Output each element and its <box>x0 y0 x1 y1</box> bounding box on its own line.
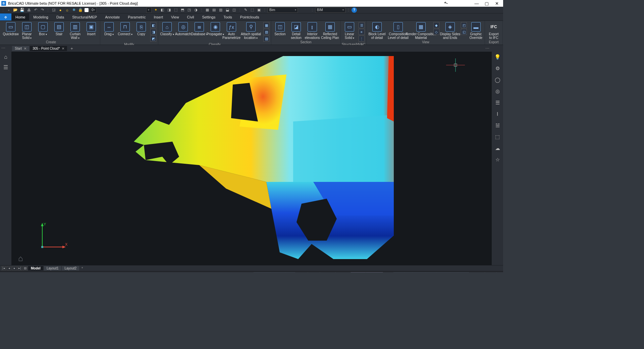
ribbon-tool-propagate[interactable]: ◉Propagate ▾ <box>207 21 223 36</box>
status-toggle-standard[interactable]: Standard <box>254 272 271 272</box>
radar-icon[interactable]: ◎ <box>494 88 501 95</box>
tips-icon[interactable]: 💡 <box>494 54 501 60</box>
qat-grip4-icon[interactable]: ⋮ <box>238 8 241 12</box>
redo-icon[interactable]: ↷ <box>40 7 45 13</box>
sun-icon[interactable]: ☼ <box>64 7 70 13</box>
qat-grip3-icon[interactable]: ⋮ <box>200 8 203 12</box>
maximize-button[interactable]: ▢ <box>482 1 492 6</box>
bulb-on-icon[interactable]: ● <box>58 7 63 13</box>
document-tab[interactable]: 305 - Point Cloud*✕ <box>30 46 67 51</box>
ribbon-tool-interiorelevations[interactable]: ⫿Interior elevations <box>304 21 320 40</box>
ribbon-tool-graphicoverride[interactable]: ▬Graphic Override <box>468 21 484 40</box>
tool-m-icon[interactable]: ⬚ <box>250 7 255 13</box>
tool-l-icon[interactable]: ◫ <box>231 7 237 13</box>
ribbon-small-button[interactable]: ≡ <box>359 29 365 35</box>
undo-icon[interactable]: ↶ <box>33 7 38 13</box>
ribbon-tab-tools[interactable]: Tools <box>219 13 236 20</box>
view-home-icon[interactable]: ⌂ <box>18 254 23 263</box>
status-toggle-ortho[interactable]: ORTHO <box>320 272 335 272</box>
layout-tab-layout2[interactable]: Layout2 <box>62 266 79 270</box>
layer-color-swatch[interactable] <box>85 8 89 12</box>
layout-prev-button[interactable]: ◂ <box>7 266 11 270</box>
lock-icon[interactable]: 🔒 <box>78 7 83 13</box>
ribbon-tool-insert[interactable]: ▣Insert <box>83 21 99 36</box>
layout-first-button[interactable]: |◂ <box>1 266 6 270</box>
tool-g-icon[interactable]: ◑ <box>193 7 199 13</box>
qat-grip-icon[interactable]: ⋮ <box>1 8 5 12</box>
qat-dd1[interactable]: ▾ <box>146 7 152 13</box>
status-toggle-dyn[interactable]: DYN <box>426 272 436 272</box>
structure-panel-icon[interactable]: ☰ <box>2 64 9 70</box>
tool-d-icon[interactable]: ⬚ <box>173 7 178 13</box>
doctab-menu-icon[interactable]: ⋯ <box>1 46 6 50</box>
doctab-right-menu-icon[interactable]: ⋯ <box>485 46 490 51</box>
settings-slider-icon[interactable]: ⚙ <box>494 65 501 72</box>
status-toggle-rt[interactable]: RT <box>450 272 458 272</box>
layout-add-button[interactable]: + <box>80 266 85 270</box>
ribbon-tab-insert[interactable]: Insert <box>150 13 167 20</box>
minimize-button[interactable]: — <box>472 1 482 6</box>
viewcube-icon[interactable]: ◲ <box>51 7 56 13</box>
status-toggle-none[interactable]: None <box>485 272 496 272</box>
ribbon-tab-modeling[interactable]: Modeling <box>29 13 52 20</box>
star-icon[interactable]: ☆ <box>494 156 501 163</box>
ribbon-small-button[interactable]: ◇ <box>433 29 439 35</box>
layout-tab-model[interactable]: Model <box>28 266 43 270</box>
ribbon-tab-data[interactable]: Data <box>52 13 68 20</box>
document-tab[interactable]: Start✕ <box>12 46 29 51</box>
status-toggle-iso25[interactable]: ISO-25 <box>271 272 285 272</box>
ribbon-tool-section[interactable]: ◫Section <box>272 21 288 36</box>
tool-n-icon[interactable]: ▣ <box>256 7 262 13</box>
ribbon-tool-drag[interactable]: ↔Drag ▾ <box>101 21 117 36</box>
qat-grip2-icon[interactable]: ⋮ <box>46 8 50 12</box>
status-toggle-tile[interactable]: TILE <box>393 272 404 272</box>
qat-grip5-icon[interactable]: ⋮ <box>263 8 266 12</box>
ribbon-tool-classify[interactable]: ⌂Classify ▾ <box>159 21 175 36</box>
home-icon[interactable]: ⌂ <box>2 54 9 60</box>
ribbon-tab-structuralmep[interactable]: Structural/MEP <box>68 13 101 20</box>
ribbon-small-button[interactable]: ☰ <box>359 22 365 28</box>
ribbon-tool-box[interactable]: ▢Box ▾ <box>35 21 51 36</box>
ribbon-tool-curtainwall[interactable]: ▥Curtain Wall ▾ <box>67 21 83 40</box>
tool-i-icon[interactable]: ▤ <box>211 7 217 13</box>
save-icon[interactable]: 💾 <box>19 7 25 13</box>
tool-j-icon[interactable]: ▥ <box>218 7 223 13</box>
layer-combo[interactable]: 0▾ <box>90 7 97 13</box>
status-toggle-lwt[interactable]: LWT <box>383 272 393 272</box>
cloud-icon[interactable]: ☁ <box>494 145 501 152</box>
tool-b-icon[interactable]: ◧ <box>160 7 165 13</box>
workspace-combo-1[interactable]: Bim▾ <box>268 7 298 13</box>
print-icon[interactable]: 🖶 <box>26 7 32 13</box>
ribbon-tool-rendercompositionmaterial[interactable]: ▩Render Composition Material <box>410 21 432 40</box>
status-toggle-[interactable]: ▾ <box>496 272 502 272</box>
app-menu-button[interactable]: ⟐ <box>0 13 11 20</box>
close-button[interactable]: ✕ <box>492 1 502 6</box>
layout-next-button[interactable]: ▸ <box>12 266 17 270</box>
status-toggle-11[interactable]: 1:1 <box>404 272 413 272</box>
status-toggle-polar[interactable]: POLAR <box>335 272 351 272</box>
open-icon[interactable]: 📂 <box>13 7 18 13</box>
qat-grip6-icon[interactable]: ⋮ <box>311 8 314 12</box>
ribbon-tool-displaysidesandends[interactable]: ◈Display Sides and Ends <box>440 21 460 40</box>
status-toggle-snap[interactable]: SNAP <box>295 272 308 272</box>
new-icon[interactable]: ▫ <box>6 7 11 13</box>
ribbon-small-button[interactable]: ⋮ <box>359 36 365 42</box>
layers-icon[interactable]: ☱ <box>494 122 501 129</box>
status-toggle-quad[interactable]: QUAD <box>436 272 450 272</box>
ribbon-tab-view[interactable]: View <box>167 13 183 20</box>
status-toggle-bim[interactable]: BIM <box>285 272 295 272</box>
ribbon-tool-copy[interactable]: ⎘Copy <box>133 21 149 36</box>
ribbon-tool-linearsolid[interactable]: ▭Linear Solid ▾ <box>341 21 358 40</box>
ribbon-tool-automatch[interactable]: ◎Automatch <box>175 21 191 36</box>
ribbon-tool-attachspatiallocation[interactable]: ⚲Attach spatial location ▾ <box>239 21 262 40</box>
ribbon-tool-stair[interactable]: ▤Stair <box>51 21 67 36</box>
ribbon-tab-annotate[interactable]: Annotate <box>101 13 124 20</box>
ribbon-tool-autoparametrize[interactable]: ƒxAuto Parametrize <box>223 21 239 40</box>
ribbon-small-button[interactable]: ◱ <box>461 29 467 35</box>
ribbon-small-button[interactable]: ▦ <box>263 22 269 28</box>
ribbon-tab-parametric[interactable]: Parametric <box>124 13 150 20</box>
ribbon-tool-planarsolid[interactable]: ◫Planar Solid ▾ <box>19 21 35 40</box>
ribbon-small-button[interactable]: ▨ <box>263 36 269 42</box>
help-icon[interactable]: ? <box>352 7 357 13</box>
status-toggle-esnap[interactable]: ESNAP <box>351 272 366 272</box>
